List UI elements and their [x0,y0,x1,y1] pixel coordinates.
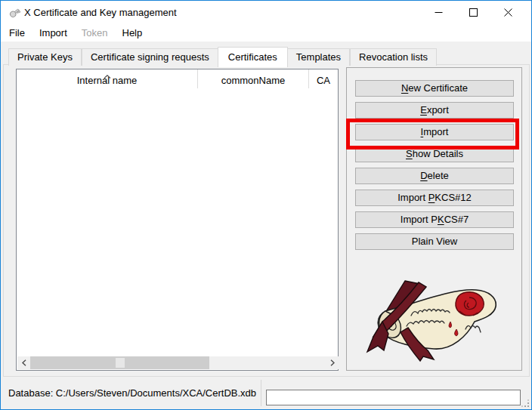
column-label: CA [317,75,330,86]
database-path-label: Database: C:/Users/Steven/Documents/XCA/… [8,377,256,409]
chevron-right-icon [330,359,335,366]
tab-bar: Private Keys Certificate signing request… [8,47,437,66]
show-details-button[interactable]: Show Details [355,146,514,162]
menu-item-file[interactable]: File [4,26,30,40]
table-header: Internal name commonName CA [17,69,338,88]
label-post: xport [427,104,449,116]
window-title: X Certificate and Key management [24,1,177,24]
status-message-field[interactable] [266,390,521,405]
column-header-commonname[interactable]: commonName [198,69,309,88]
action-panel: New Certificate Export Import Show Detai… [346,67,522,371]
import-button[interactable]: Import [355,124,514,140]
label-pre: Plain View [412,236,457,247]
menu-item-token: Token [76,26,113,40]
label-post: elete [428,170,449,181]
title-bar: X Certificate and Key management [1,1,531,24]
label-post: mport [423,126,448,137]
scroll-left-button[interactable] [17,356,30,369]
new-certificate-button[interactable]: New Certificate [355,80,514,97]
sort-ascending-icon [104,69,111,73]
chevron-left-icon [22,359,26,366]
tab-certificate-signing-requests[interactable]: Certificate signing requests [82,48,218,66]
export-button[interactable]: Export [355,102,514,119]
label-accel: D [420,170,427,181]
column-header-ca[interactable]: CA [309,69,338,88]
label-pre: Import P [401,214,438,225]
tab-private-keys[interactable]: Private Keys [8,48,82,66]
label-post: ew Certificate [408,82,468,94]
minimize-icon [435,8,443,17]
column-header-internal-name[interactable]: Internal name [17,69,198,88]
scroll-thumb[interactable] [30,356,209,369]
delete-button[interactable]: Delete [355,168,514,184]
label-post: how Details [413,148,463,159]
xca-scroll-logo [363,279,503,366]
minimize-button[interactable] [421,1,456,24]
certificate-table: Internal name commonName CA [16,69,339,371]
maximize-icon [469,8,478,17]
label-accel: K [438,214,444,225]
h-scrollbar[interactable] [17,356,339,369]
app-window: X Certificate and Key management File Im… [0,0,532,410]
label-post: CS#7 [444,214,469,225]
label-accel: N [401,82,408,94]
maximize-button[interactable] [456,1,490,24]
close-button[interactable] [490,1,525,24]
scroll-thumb-grip [116,358,125,368]
resize-grip[interactable] [521,399,530,408]
menu-bar: File Import Token Help [1,24,531,42]
tab-revocation-lists[interactable]: Revocation lists [350,48,437,66]
label-pre: Import [397,192,428,203]
import-pkcs7-button[interactable]: Import PKCS#7 [355,211,514,228]
key-icon [8,6,21,20]
menu-item-help[interactable]: Help [117,26,148,40]
label-accel: S [406,148,413,159]
plain-view-button[interactable]: Plain View [355,233,514,250]
menu-item-import[interactable]: Import [34,26,73,40]
tab-certificates[interactable]: Certificates [218,47,288,67]
label-post: KCS#12 [435,192,471,203]
label-accel: E [420,104,427,116]
tab-templates[interactable]: Templates [287,48,350,66]
import-pkcs12-button[interactable]: Import PKCS#12 [355,190,514,206]
statusbar-separator [261,380,261,406]
status-bar: Database: C:/Users/Steven/Documents/XCA/… [1,377,531,409]
scroll-right-button[interactable] [326,356,339,369]
close-icon [504,8,512,17]
column-label: commonName [221,75,286,86]
